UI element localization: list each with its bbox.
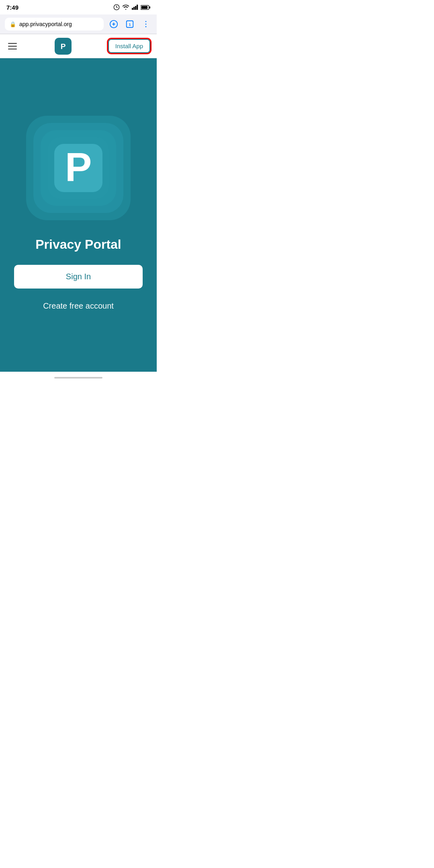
- svg-point-14: [145, 24, 147, 25]
- svg-rect-2: [133, 7, 135, 10]
- more-button[interactable]: [140, 18, 152, 30]
- status-time: 7:49: [6, 4, 18, 11]
- tabs-button[interactable]: 1: [124, 18, 136, 30]
- hamburger-line-3: [8, 49, 17, 49]
- create-account-link[interactable]: Create free account: [43, 301, 114, 311]
- home-indicator: [0, 372, 157, 384]
- app-navbar: P Install App: [0, 34, 157, 58]
- home-indicator-bar: [54, 377, 102, 379]
- svg-rect-6: [149, 6, 150, 8]
- url-text: app.privacyportal.org: [19, 21, 72, 27]
- logo-icon: P: [57, 41, 69, 52]
- svg-point-15: [145, 26, 147, 27]
- svg-rect-4: [137, 5, 138, 10]
- notification-icon: [113, 4, 120, 10]
- signal-icon: [132, 4, 138, 10]
- menu-button[interactable]: [6, 41, 18, 51]
- svg-rect-3: [135, 6, 136, 10]
- wifi-icon: [122, 4, 129, 10]
- svg-point-13: [145, 21, 147, 22]
- svg-rect-1: [132, 8, 133, 10]
- svg-text:1: 1: [129, 23, 131, 27]
- browser-chrome: 🔒 app.privacyportal.org 1: [0, 14, 157, 34]
- app-logo-graphic: P: [22, 112, 135, 224]
- status-icons: [113, 4, 150, 10]
- svg-text:P: P: [61, 42, 66, 51]
- status-bar: 7:49: [0, 0, 157, 14]
- new-tab-button[interactable]: [108, 18, 120, 30]
- battery-icon: [141, 5, 150, 10]
- install-app-button[interactable]: Install App: [108, 39, 150, 53]
- main-content: P Privacy Portal Sign In Create free acc…: [0, 58, 157, 372]
- lock-icon: 🔒: [10, 21, 16, 27]
- hamburger-line-2: [8, 46, 17, 47]
- address-bar[interactable]: 🔒 app.privacyportal.org: [5, 18, 104, 31]
- hamburger-line-1: [8, 43, 17, 44]
- nav-logo: P: [55, 38, 72, 55]
- svg-text:P: P: [65, 144, 92, 189]
- app-title: Privacy Portal: [35, 237, 121, 252]
- svg-rect-7: [141, 6, 147, 9]
- sign-in-button[interactable]: Sign In: [14, 265, 143, 289]
- app-icon: P: [22, 112, 135, 224]
